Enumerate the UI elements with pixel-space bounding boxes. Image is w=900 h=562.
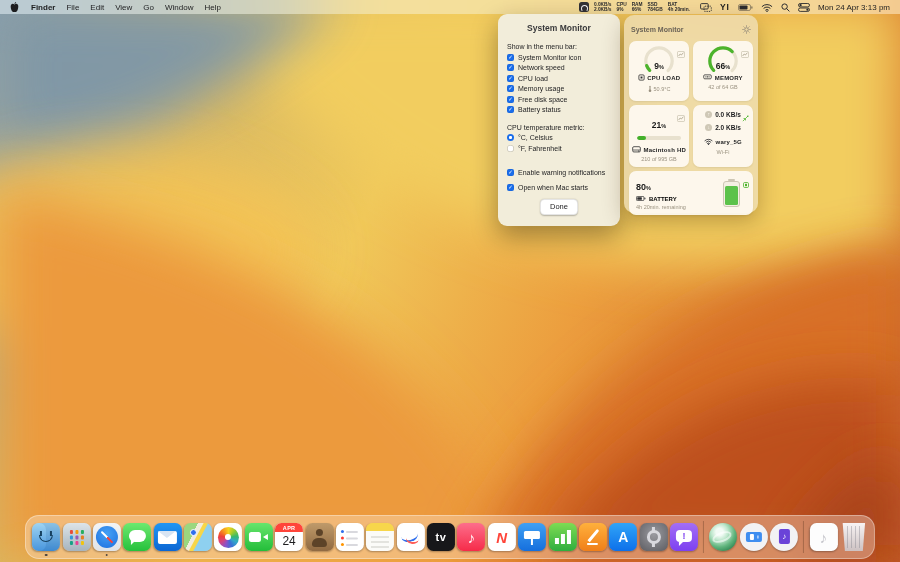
dock-reminders[interactable] bbox=[336, 523, 364, 551]
dock-messages[interactable] bbox=[123, 523, 151, 551]
chart-toggle-icon[interactable] bbox=[677, 44, 685, 62]
disk-detail: 210 of 995 GB bbox=[641, 156, 676, 162]
contacts-icon bbox=[306, 523, 334, 551]
network-arrows-icon[interactable] bbox=[742, 108, 749, 126]
finder-icon bbox=[32, 523, 60, 551]
dock-freeform[interactable] bbox=[397, 523, 425, 551]
appstore-icon bbox=[609, 523, 637, 551]
dock-trash[interactable] bbox=[840, 523, 868, 551]
done-button[interactable]: Done bbox=[540, 199, 578, 215]
checkbox[interactable] bbox=[507, 106, 514, 113]
menu-bar-clock[interactable]: Mon 24 Apr 3:13 pm bbox=[818, 3, 890, 12]
system-monitor-badge-icon bbox=[579, 2, 589, 12]
dock-notes[interactable] bbox=[366, 523, 394, 551]
dock-settings[interactable] bbox=[640, 523, 668, 551]
photos-icon bbox=[214, 523, 242, 551]
radio-row[interactable]: °F, Fahrenheit bbox=[507, 145, 611, 152]
dock-appstore[interactable] bbox=[609, 523, 637, 551]
prefs-title: System Monitor bbox=[507, 23, 611, 33]
radio-row[interactable]: °C, Celsius bbox=[507, 134, 611, 141]
globe-icon bbox=[709, 523, 737, 551]
calendar-day: 24 bbox=[275, 532, 303, 552]
dock-facetime[interactable] bbox=[245, 523, 273, 551]
menu-finder[interactable]: Finder bbox=[31, 3, 55, 12]
checkbox[interactable] bbox=[507, 96, 514, 103]
dock-music[interactable] bbox=[457, 523, 485, 551]
radio-button[interactable] bbox=[507, 145, 514, 152]
dock-divider bbox=[803, 521, 804, 553]
battery-card: 80% BATTERY 4h 20min. remaining bbox=[629, 171, 753, 215]
news-icon bbox=[488, 523, 516, 551]
checkbox[interactable] bbox=[507, 54, 514, 61]
menu-view[interactable]: View bbox=[115, 3, 132, 12]
dock-musicdoc[interactable] bbox=[770, 523, 798, 551]
menu-go[interactable]: Go bbox=[143, 3, 154, 12]
menu-window[interactable]: Window bbox=[165, 3, 193, 12]
notes-icon bbox=[366, 523, 394, 551]
dock-globe[interactable] bbox=[709, 523, 737, 551]
chart-toggle-icon[interactable] bbox=[741, 44, 749, 62]
checkbox-row[interactable]: Enable warning notifications bbox=[507, 169, 611, 176]
dock-keynote[interactable] bbox=[518, 523, 546, 551]
checkbox[interactable] bbox=[507, 85, 514, 92]
screen-mirroring-icon[interactable] bbox=[700, 3, 712, 12]
desktop: FinderFileEditViewGoWindowHelp 0.0KB/s2.… bbox=[0, 0, 900, 562]
dock-finder[interactable] bbox=[32, 523, 60, 551]
reminders-icon bbox=[336, 523, 364, 551]
dock-musicfile[interactable] bbox=[810, 523, 838, 551]
dock-feedback[interactable] bbox=[670, 523, 698, 551]
apple-logo-icon[interactable] bbox=[10, 2, 19, 13]
battery-label: BATTERY bbox=[649, 196, 677, 202]
checkbox[interactable] bbox=[507, 169, 514, 176]
dock-numbers[interactable] bbox=[549, 523, 577, 551]
checkbox-row[interactable]: Network speed bbox=[507, 64, 611, 71]
trash-icon bbox=[840, 523, 868, 551]
chart-toggle-icon[interactable] bbox=[677, 108, 685, 126]
menu-edit[interactable]: Edit bbox=[90, 3, 104, 12]
yi-menu-extra[interactable]: YI bbox=[720, 2, 730, 12]
dock-pages[interactable] bbox=[579, 523, 607, 551]
battery-small-icon bbox=[636, 196, 646, 202]
upload-arrow-icon: ↑ bbox=[705, 111, 712, 118]
musicfile-icon bbox=[810, 523, 838, 551]
radio-button[interactable] bbox=[507, 134, 514, 141]
battery-widget-icon[interactable] bbox=[743, 174, 749, 192]
dock-appletv[interactable] bbox=[427, 523, 455, 551]
battery-icon[interactable] bbox=[738, 4, 753, 11]
dock-contacts[interactable] bbox=[306, 523, 334, 551]
dock-screenrec[interactable] bbox=[740, 523, 768, 551]
safari-icon bbox=[93, 523, 121, 551]
wifi-icon[interactable] bbox=[761, 3, 773, 12]
dock-photos[interactable] bbox=[214, 523, 242, 551]
dock-safari[interactable] bbox=[93, 523, 121, 551]
menu-file[interactable]: File bbox=[66, 3, 79, 12]
checkbox-row[interactable]: Open when Mac starts bbox=[507, 184, 611, 191]
keynote-icon bbox=[518, 523, 546, 551]
dock-launchpad[interactable] bbox=[63, 523, 91, 551]
dock-mail[interactable] bbox=[154, 523, 182, 551]
memory-detail: 42 of 64 GB bbox=[708, 84, 737, 90]
dock-maps[interactable] bbox=[184, 523, 212, 551]
temp-section-label: CPU temperature metric: bbox=[507, 124, 611, 131]
gear-icon[interactable] bbox=[742, 20, 751, 38]
battery-detail: 4h 20min. remaining bbox=[636, 204, 722, 210]
checkbox[interactable] bbox=[507, 184, 514, 191]
menu-section-label: Show in the menu bar: bbox=[507, 43, 611, 50]
musicdoc-icon bbox=[770, 523, 798, 551]
system-monitor-menu-extra[interactable]: 0.0KB/s2.0KB/sCPU9%RAM66%SSD784GBBAT4h 2… bbox=[579, 2, 690, 13]
checkbox-row[interactable]: Battery status bbox=[507, 106, 611, 113]
checkbox[interactable] bbox=[507, 64, 514, 71]
system-monitor-widget-panel: System Monitor 9% bbox=[624, 15, 758, 213]
control-center-icon[interactable] bbox=[798, 3, 810, 12]
dock-news[interactable] bbox=[488, 523, 516, 551]
memory-gauge: 66% bbox=[706, 44, 740, 75]
checkbox-row[interactable]: System Monitor icon bbox=[507, 54, 611, 61]
checkbox-label: System Monitor icon bbox=[518, 54, 581, 61]
search-icon[interactable] bbox=[781, 3, 790, 12]
checkbox[interactable] bbox=[507, 75, 514, 82]
checkbox-row[interactable]: CPU load bbox=[507, 75, 611, 82]
checkbox-row[interactable]: Free disk space bbox=[507, 96, 611, 103]
checkbox-row[interactable]: Memory usage bbox=[507, 85, 611, 92]
dock-calendar[interactable]: APR24 bbox=[275, 523, 303, 551]
menu-help[interactable]: Help bbox=[204, 3, 220, 12]
